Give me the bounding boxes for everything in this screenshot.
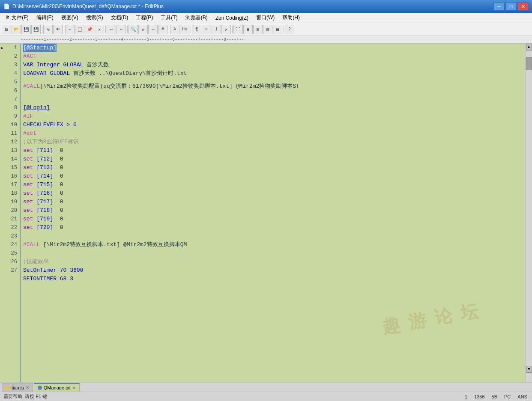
tb-hex[interactable]: Hx (180, 25, 189, 34)
code-line-22 (23, 232, 525, 241)
menu-item[interactable]: 工具(T) (157, 13, 181, 22)
tab-label-tian: tian.js (12, 385, 24, 390)
code-line-18: set [717] 0 (23, 198, 525, 206)
code-line-25: ;技能效果 (23, 258, 525, 266)
tb-sep8 (283, 25, 284, 34)
vertical-scrollbar[interactable]: ▲ ▼ (525, 44, 532, 382)
code-line-3: VAR Integer GLOBAL 首沙天数 (23, 61, 525, 69)
tb-ruler-toggle[interactable]: ≡ (202, 25, 211, 34)
menu-item[interactable]: Zen Coding(Z) (212, 14, 252, 22)
tb-delete[interactable]: ✕ (95, 25, 104, 34)
app-icon: 📄 (3, 3, 10, 9)
tb-copy[interactable]: 📋 (75, 25, 84, 34)
tab-close-tian[interactable]: ✕ (26, 385, 29, 390)
tb-col2[interactable]: ▧ (253, 25, 263, 34)
menu-item[interactable]: 帮助(H) (279, 13, 303, 22)
code-line-23: #CALL [\Mir2m2特效互换脚本.txt] @Mir2m2特效互换脚本Q… (23, 241, 525, 249)
status-position: 1 (465, 394, 467, 399)
tb-undo[interactable]: ↩ (107, 25, 116, 34)
menu-item[interactable]: 视图(V) (58, 13, 82, 22)
tb-print[interactable]: 🖨 (43, 25, 53, 34)
line-num-22: 22 (0, 223, 20, 232)
tb-paste[interactable]: 📌 (85, 25, 94, 34)
scroll-down-btn[interactable]: ▼ (526, 366, 532, 373)
line-num-6: 6 (0, 86, 20, 95)
tb-cut[interactable]: ✂ (65, 25, 75, 34)
code-line-12: set [711] 0 (23, 146, 525, 155)
line-num-24: 24 (0, 241, 20, 249)
code-line-16: set [715] 0 (23, 181, 525, 189)
code-line-8: #IF (23, 112, 525, 121)
tb-wordwrap[interactable]: ¶ (192, 25, 201, 34)
tab-qmanage-txt[interactable]: QManage.txt ✕ (34, 383, 80, 392)
tb-findnext[interactable]: ⟶ (148, 25, 158, 34)
line-num-9: 9 (0, 112, 20, 121)
line-num-12: 12 (0, 138, 20, 146)
tb-sep1 (41, 25, 43, 34)
code-line-5: #CALL [\Mir2m2捡物奖励配置(qq交流群：6173690)\Mir2… (23, 78, 525, 95)
code-line-21: set [720] 0 (23, 223, 525, 232)
code-line-7: [@Login] (23, 104, 525, 112)
code-line-20: set [719] 0 (23, 215, 525, 223)
menu-item[interactable]: 搜索(S) (83, 13, 107, 22)
tb-sep2 (63, 25, 65, 34)
tb-linenum[interactable]: 1 (212, 25, 221, 34)
line-num-27: 27 (0, 266, 20, 275)
line-num-10: 10 (0, 121, 20, 129)
line-num-26: 26 (0, 258, 20, 266)
line-num-18: 18 (0, 189, 20, 198)
ruler: ----+----1----+----2----+----3----+----4… (0, 36, 532, 44)
tb-replace[interactable]: ⇄ (138, 25, 148, 34)
line-num-25: 25 (0, 249, 20, 258)
menu-item[interactable]: 工程(P) (132, 13, 156, 22)
code-line-19: set [718] 0 (23, 206, 525, 215)
tab-close-qmanage[interactable]: ✕ (72, 386, 76, 390)
tb-sep5 (168, 25, 170, 34)
maximize-button[interactable]: □ (505, 2, 517, 11)
code-line-15: set [714] 0 (23, 172, 525, 181)
tb-open[interactable]: 📂 (12, 25, 21, 34)
code-line-2: #ACT (23, 52, 525, 61)
tb-col4[interactable]: ▩ (273, 25, 282, 34)
minimize-button[interactable]: ─ (493, 2, 505, 11)
status-help-text: 需要帮助, 请按 F1 键 (3, 394, 47, 399)
tb-new[interactable]: 🗎 (2, 25, 11, 34)
code-area[interactable]: [@Startup] #ACT VAR Integer GLOBAL 首沙天数 … (21, 44, 525, 382)
tb-find[interactable]: 🔍 (129, 25, 138, 34)
line-num-7: 7 (0, 95, 20, 104)
tb-printprev[interactable]: 👁 (53, 25, 63, 34)
menu-item[interactable]: 浏览器(B) (182, 13, 211, 22)
tb-sep7 (231, 25, 233, 34)
window-controls: ─ □ ✕ (493, 2, 529, 11)
status-right: 1 1356 5B PC ANSI (465, 394, 529, 399)
tb-redo[interactable]: ↪ (117, 25, 126, 34)
close-button[interactable]: ✕ (517, 2, 529, 11)
tb-col1[interactable]: ▦ (243, 25, 253, 34)
scroll-up-btn[interactable]: ▲ (526, 44, 532, 50)
line-num-23: 23 (0, 232, 20, 241)
menu-item[interactable]: 编辑(E) (33, 13, 57, 22)
tb-mark[interactable]: ✔ (221, 25, 231, 34)
code-line-11: ;以下为B血符UFF标识 (23, 138, 525, 146)
tb-sep4 (126, 25, 128, 34)
toolbar: 🗎 📂 💾 💾 🖨 👁 ✂ 📋 📌 ✕ ↩ ↪ 🔍 ⇄ ⟶ # A Hx ¶ ≡… (0, 23, 532, 36)
scrollbar-thumb[interactable] (526, 57, 532, 70)
code-line-17: set [716] 0 (23, 189, 525, 198)
tb-fontsize[interactable]: A (170, 25, 179, 34)
tb-saveall[interactable]: 💾 (31, 25, 41, 34)
line-num-8: 8 (0, 104, 20, 112)
line-num-21: 21 (0, 215, 20, 223)
tb-goto[interactable]: # (158, 25, 167, 34)
tb-col3[interactable]: ▨ (263, 25, 272, 34)
menu-item[interactable]: 窗口(W) (253, 13, 278, 22)
line-numbers: 1 2 3 4 5 6 7 8 9 10 11 12 13 14 15 16 1… (0, 44, 21, 382)
code-line-14: set [713] 0 (23, 163, 525, 172)
menu-item[interactable]: 🗎 文件(F) (2, 13, 32, 22)
menu-bar: 🗎 文件(F)编辑(E)视图(V)搜索(S)文档(D)工程(P)工具(T)浏览器… (0, 13, 532, 23)
menu-item[interactable]: 文档(D) (108, 13, 132, 22)
tb-fullscreen[interactable]: ⛶ (233, 25, 243, 34)
tab-tian-js[interactable]: tian.js ✕ (2, 383, 33, 392)
tb-save[interactable]: 💾 (21, 25, 31, 34)
code-line-13: set [712] 0 (23, 155, 525, 163)
tb-help[interactable]: ? (285, 25, 294, 34)
